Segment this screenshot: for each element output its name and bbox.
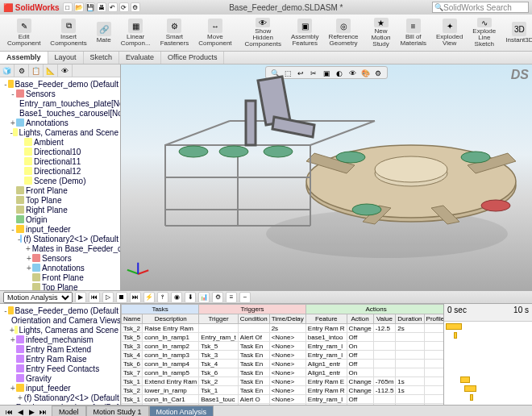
options-icon[interactable]: ⚙	[131, 2, 140, 12]
cell[interactable]: Off	[347, 360, 373, 368]
ribbon-assembly[interactable]: ▣AssemblyFeatures	[287, 16, 323, 49]
tree-node[interactable]: -input_feeder	[2, 224, 118, 234]
tree-node[interactable]: Directional10	[2, 147, 118, 156]
cell[interactable]: Entry Ram E	[305, 377, 347, 386]
cell[interactable]: conn_In_ramp5	[143, 368, 199, 377]
cell[interactable]: Align1_entr	[305, 368, 347, 377]
col-header[interactable]: Description	[143, 314, 199, 324]
cell[interactable]	[373, 333, 396, 342]
cell[interactable]: Task En	[238, 360, 269, 368]
cell[interactable]	[373, 368, 396, 377]
event-row[interactable]: Tsk_4conn_In_ramp3Tsk_3Task En<None>Entr…	[122, 351, 444, 360]
col-header[interactable]: Time/Delay	[269, 314, 305, 324]
open-icon[interactable]: 📂	[74, 2, 84, 12]
config-tab-icon[interactable]: 📋	[29, 64, 44, 77]
cell[interactable]: Tsk_1	[122, 395, 143, 404]
cell[interactable]: Entry_ram_l	[305, 395, 347, 404]
tree-node[interactable]: Top Plane	[2, 195, 118, 205]
event-row[interactable]: Tsk_5conn_In_ramp1Entry_ram_tAlert Of<No…	[122, 333, 444, 342]
cell[interactable]: Tsk_6	[122, 360, 143, 368]
cell[interactable]: conn_In_ramp3	[143, 351, 199, 360]
play-start-icon[interactable]: ⏮	[89, 292, 100, 303]
cell[interactable]: <None>	[269, 395, 305, 404]
tree-node[interactable]: Directional12	[2, 166, 118, 176]
cell[interactable]: conn_In_ramp2	[143, 342, 199, 351]
tree-node[interactable]: +Mates in Base_Feeder_demo	[2, 243, 118, 253]
cell[interactable]: conn_In_Car2	[143, 404, 199, 406]
calculate-icon[interactable]: ▶	[75, 292, 86, 303]
ribbon-edit[interactable]: ✎EditComponent	[3, 16, 44, 49]
cell[interactable]: Tsk_2	[122, 386, 143, 395]
cell[interactable]: Entry_ram_l	[305, 342, 347, 351]
collapse-icon[interactable]: −	[239, 292, 251, 303]
cell[interactable]	[424, 404, 443, 406]
tab-next-icon[interactable]: ▶	[26, 408, 37, 416]
ribbon-mate[interactable]: 🔗Mate	[93, 16, 115, 49]
event-row[interactable]: Tsk_1conn_In_Car1Base1_toucAlert O<None>…	[122, 395, 444, 404]
cell[interactable]: <None>	[269, 342, 305, 351]
tab-evaluate[interactable]: Evaluate	[119, 52, 161, 64]
cell[interactable]: Entry Ram R	[305, 386, 347, 395]
cell[interactable]	[396, 351, 424, 360]
cell[interactable]: <None>	[269, 386, 305, 395]
tab-assembly[interactable]: Assembly	[0, 52, 48, 64]
cell[interactable]: Tsk_6	[199, 368, 239, 377]
tab-last-icon[interactable]: ⏭	[37, 408, 48, 416]
cell[interactable]	[396, 333, 424, 342]
cell[interactable]: Align1_entr	[305, 360, 347, 368]
orientation-triad[interactable]	[126, 261, 150, 285]
cell[interactable]: Task En	[238, 342, 269, 351]
cell[interactable]	[373, 351, 396, 360]
cell[interactable]	[424, 351, 443, 360]
cell[interactable]: Off	[347, 351, 373, 360]
cell[interactable]: Tsk_4	[122, 351, 143, 360]
cell[interactable]: Change	[347, 324, 373, 333]
cell[interactable]	[396, 360, 424, 368]
tree-node[interactable]: Right Plane	[2, 205, 118, 214]
cell[interactable]: Tsk_3	[199, 351, 239, 360]
tree-node[interactable]: +Sensors	[2, 253, 118, 263]
cell[interactable]	[424, 360, 443, 368]
cell[interactable]: 1s	[396, 386, 424, 395]
tab-office-products[interactable]: Office Products	[161, 52, 224, 64]
cell[interactable]: Tsk_5	[122, 333, 143, 342]
event-row[interactable]: Tsk_2conn_In_Car2Tsk_1Task En<None>in_ca…	[122, 404, 444, 406]
cell[interactable]: Extend Entry Ram	[143, 377, 199, 386]
feature-tab-icon[interactable]: 🧊	[0, 64, 15, 77]
tree-node[interactable]: +Annotations	[2, 118, 118, 127]
ribbon-explode[interactable]: ∿ExplodeLineSketch	[468, 16, 500, 49]
ribbon-smart[interactable]: ⚙SmartFasteners	[156, 16, 193, 49]
tab-layout[interactable]: Layout	[48, 52, 84, 64]
property-tab-icon[interactable]: ⚙	[15, 64, 29, 77]
cell[interactable]: Task En	[238, 386, 269, 395]
dim-tab-icon[interactable]: 📐	[44, 64, 58, 77]
tree-node[interactable]: Front Plane	[2, 185, 118, 195]
play-icon[interactable]: ▷	[102, 292, 114, 303]
cell[interactable]: in_car1	[305, 404, 347, 406]
cell[interactable]: <None>	[269, 360, 305, 368]
col-header[interactable]: Value	[373, 314, 396, 324]
cell[interactable]: <None>	[269, 333, 305, 342]
cell[interactable]: Task En	[238, 377, 269, 386]
ribbon-new[interactable]: ★NewMotionStudy	[368, 16, 395, 49]
col-header[interactable]: Feature	[305, 314, 347, 324]
cell[interactable]: Alert Of	[238, 333, 269, 342]
undo-icon[interactable]: ↶	[108, 2, 118, 12]
tree-node[interactable]: +(f) Stationary2<1> (Default	[2, 393, 118, 402]
tree-node[interactable]: -Sensors	[2, 89, 118, 98]
col-header[interactable]: Name	[122, 314, 143, 324]
cell[interactable]	[373, 395, 396, 404]
tree-node[interactable]: Entry Ram Extend	[2, 344, 118, 354]
timeline[interactable]: 0 sec10 s	[443, 304, 532, 405]
event-view-icon[interactable]: ≡	[226, 292, 237, 303]
tree-node[interactable]: Entry_ram_touches_plate[No I	[2, 98, 118, 108]
cell[interactable]: On	[347, 368, 373, 377]
ribbon-reference[interactable]: ◎ReferenceGeometry	[325, 16, 363, 49]
tree-node[interactable]: Directional11	[2, 156, 118, 166]
gravity-icon[interactable]: ⬇	[185, 292, 196, 303]
tree-node[interactable]: Origin	[2, 214, 118, 224]
tree-node[interactable]: Top Plane	[2, 282, 118, 290]
tree-node[interactable]: Entry Feed Contacts	[2, 364, 118, 373]
cell[interactable]: Change	[347, 386, 373, 395]
new-icon[interactable]: □	[63, 2, 73, 12]
